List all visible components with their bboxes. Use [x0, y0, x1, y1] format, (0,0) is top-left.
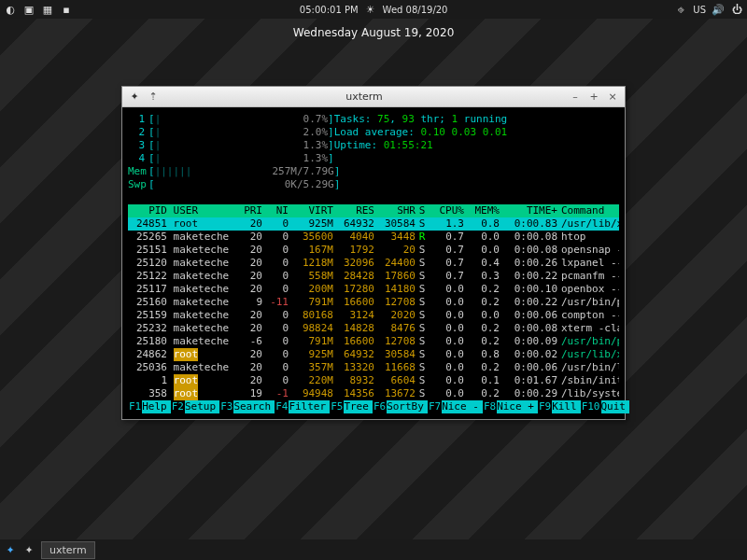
- process-row[interactable]: 25036 maketeche200357M1332011668S0.00.20…: [128, 361, 619, 374]
- panel-date[interactable]: Wed 08/19/20: [383, 5, 448, 15]
- taskbar-app-button[interactable]: uxterm: [41, 541, 95, 559]
- close-button[interactable]: ×: [606, 91, 619, 104]
- desktop-date: Wednesday August 19, 2020: [293, 26, 455, 39]
- network-icon[interactable]: ⎆: [674, 3, 687, 16]
- process-row[interactable]: 25160 maketeche9-11791M1660012708S0.00.2…: [128, 296, 619, 309]
- show-desktop-icon[interactable]: ✦: [4, 543, 17, 556]
- window-titlebar[interactable]: ✦ ⇡ uxterm – + ×: [122, 87, 625, 107]
- top-panel: ◐ ▣ ▦ ▪ 05:00:01 PM ☀ Wed 08/19/20 ⎆ US …: [0, 0, 747, 19]
- pin-icon[interactable]: ⇡: [147, 91, 160, 104]
- bottom-panel: ✦ ✦ uxterm: [0, 539, 747, 560]
- menu-icon[interactable]: ◐: [4, 3, 17, 16]
- app-icon: ✦: [128, 91, 141, 104]
- process-row[interactable]: 25117 maketeche200200M1728014180S0.00.20…: [128, 283, 619, 296]
- weather-icon[interactable]: ☀: [364, 3, 377, 16]
- process-row[interactable]: 358 root19-1949481435613672S0.00.20:00.2…: [128, 387, 619, 400]
- minimize-button[interactable]: –: [569, 91, 582, 104]
- terminal-window: ✦ ⇡ uxterm – + × 1 [| 0.7%] Tasks: 75, 9…: [121, 86, 626, 420]
- process-row[interactable]: 25151 maketeche200167M179220S0.70.00:00.…: [128, 244, 619, 257]
- maximize-button[interactable]: +: [587, 91, 600, 104]
- process-row[interactable]: 1 root200220M89326604S0.00.10:01.67/sbin…: [128, 374, 619, 387]
- clock[interactable]: 05:00:01 PM: [300, 5, 359, 15]
- process-row[interactable]: 25120 maketeche2001218M3209624400S0.70.4…: [128, 257, 619, 270]
- process-row[interactable]: 25122 maketeche200558M2842817860S0.70.30…: [128, 270, 619, 283]
- kbd-layout[interactable]: US: [693, 5, 706, 15]
- window-title: uxterm: [165, 91, 563, 103]
- taskbar-app-icon[interactable]: ✦: [22, 543, 35, 556]
- process-row[interactable]: 24862 root200925M6493230584S0.00.80:00.0…: [128, 348, 619, 361]
- process-row[interactable]: 24851 root200925M6493230584S1.30.80:00.8…: [128, 217, 619, 231]
- power-icon[interactable]: ⏻: [730, 3, 743, 16]
- process-row[interactable]: 25265 maketeche2003560040403448R0.70.00:…: [128, 231, 619, 244]
- process-row[interactable]: 25232 maketeche20098824148288476S0.00.20…: [128, 322, 619, 335]
- terminal-content[interactable]: 1 [| 0.7%] Tasks: 75, 93 thr; 1 running2…: [122, 107, 625, 419]
- process-row[interactable]: 25159 maketeche2008016831242020S0.00.00:…: [128, 309, 619, 322]
- terminal-icon[interactable]: ▪: [60, 3, 73, 16]
- browser-icon[interactable]: ▦: [41, 3, 54, 16]
- volume-icon[interactable]: 🔊: [712, 3, 725, 16]
- process-row[interactable]: 25180 maketeche-60791M1660012708S0.00.20…: [128, 335, 619, 348]
- htop-function-bar[interactable]: F1HelpF2SetupF3SearchF4FilterF5TreeF6Sor…: [128, 400, 619, 413]
- files-icon[interactable]: ▣: [22, 3, 35, 16]
